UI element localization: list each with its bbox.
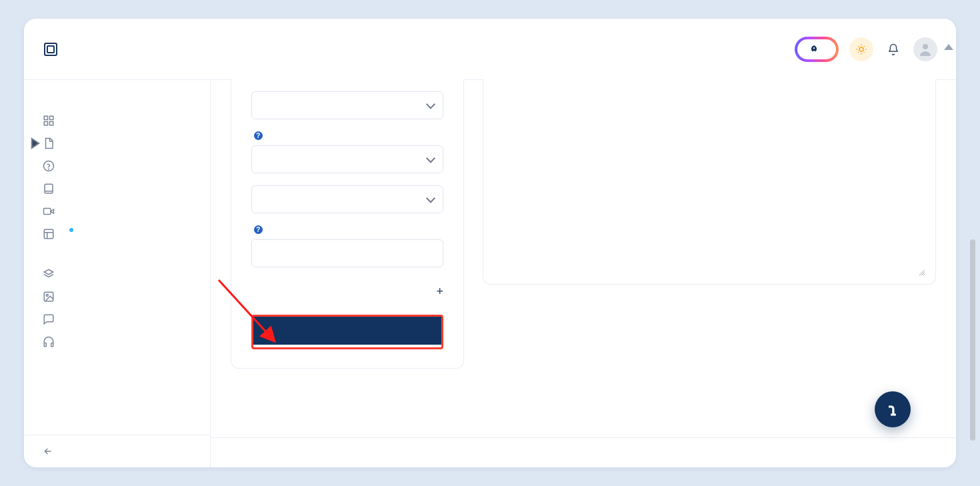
sidebar-header-ai [24,245,210,263]
tone-label: ? [251,131,443,140]
sidebar-item-neuroguide[interactable] [24,223,210,245]
stack-icon [43,268,55,280]
sidebar-item-documents[interactable] [24,132,210,155]
chars-label: ? [251,225,443,234]
svg-point-2 [859,47,863,51]
sidebar-header-acc2 [24,353,210,371]
svg-rect-12 [44,229,53,239]
rocket-icon [809,45,819,54]
new-dot-icon [69,228,73,232]
sidebar-header-account [24,92,210,109]
scrollbar-thumb[interactable] [970,239,975,441]
help-icon[interactable]: ? [254,225,263,234]
svg-rect-10 [45,184,53,193]
user-icon [917,41,933,57]
plus-icon: + [436,285,443,299]
image-icon [43,291,55,303]
upgrade-wrap [795,37,839,62]
bell-icon [887,43,899,55]
svg-rect-4 [44,116,47,119]
sun-icon [855,43,867,55]
sidebar [24,80,211,467]
document-icon [43,137,55,149]
lang-select[interactable] [251,91,443,119]
app-window: ? 👤 ? + [24,19,956,467]
sidebar-item-instructions[interactable] [24,155,210,177]
tone-select[interactable] [251,145,443,173]
notifications-button[interactable] [881,37,905,61]
svg-rect-7 [50,122,53,125]
help-icon[interactable]: ? [254,131,263,140]
create-highlight [251,315,443,349]
upgrade-button[interactable] [797,39,836,59]
avatar[interactable] [913,37,937,61]
sidebar-item-book[interactable] [24,177,210,200]
svg-rect-15 [44,343,46,347]
svg-point-14 [46,294,48,296]
word-count [903,267,926,277]
footer [211,437,956,467]
sidebar-item-analytics[interactable] [24,109,210,132]
video-icon [43,205,55,217]
headphones-icon [43,336,55,348]
fab-icon: ɿ [888,399,897,420]
svg-rect-6 [44,122,47,125]
body: ? 👤 ? + [24,80,956,467]
help-circle-icon [43,160,55,172]
count-select[interactable] [251,185,443,213]
svg-rect-16 [51,343,53,347]
sidebar-item-images[interactable] [24,285,210,308]
svg-rect-5 [50,116,53,119]
svg-rect-0 [45,43,57,55]
resize-icon[interactable] [918,269,926,277]
sidebar-item-templates[interactable] [24,263,210,285]
collapse-icon [43,446,53,457]
theme-toggle[interactable] [849,37,873,61]
svg-rect-11 [44,209,51,215]
sidebar-item-stt[interactable] [24,331,210,353]
output-card [483,79,936,285]
svg-rect-1 [47,46,54,53]
logo-icon [43,41,59,57]
main: ? 👤 ? + [211,80,956,467]
svg-point-3 [923,44,928,49]
caret-right-icon [29,137,41,149]
how-it-works-toggle[interactable]: + [251,285,443,299]
form-card: ? 👤 ? + [231,79,464,369]
caret-up-icon[interactable] [944,44,953,50]
chat-icon [43,313,55,325]
chars-input[interactable] [251,239,443,267]
sidebar-item-video[interactable] [24,200,210,223]
svg-point-9 [49,169,49,169]
grid-icon [43,115,55,127]
layout-icon [43,228,55,240]
sidebar-item-chat[interactable] [24,308,210,331]
book-icon [43,183,55,195]
logo[interactable] [43,41,65,57]
collapse-button[interactable] [24,435,210,467]
svg-rect-13 [44,292,53,301]
create-button[interactable] [253,317,441,345]
chat-fab[interactable]: ɿ [875,391,911,427]
header [24,19,956,80]
